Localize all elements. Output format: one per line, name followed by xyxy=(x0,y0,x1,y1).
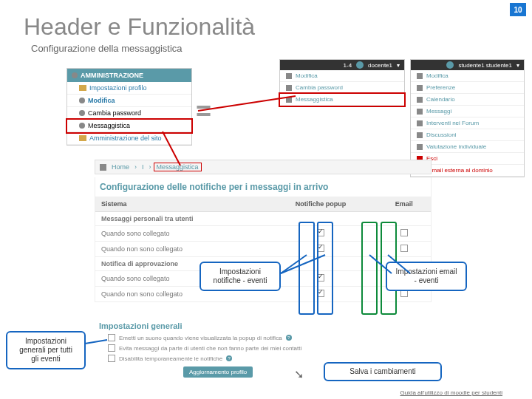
bubble-icon xyxy=(417,109,423,115)
user-item-label: Discussioni xyxy=(426,132,456,138)
col-popup: Notifiche popup xyxy=(264,197,377,212)
col-email: Email xyxy=(378,197,432,212)
admin-panel: AMMINISTRAZIONE Impostazioni profilo Mod… xyxy=(66,68,192,146)
user-top-bar: 1-4docente1▾ xyxy=(280,60,404,70)
avatar-icon xyxy=(356,61,364,69)
user-label: 1-4 xyxy=(344,62,352,69)
user-item-label: Cambia password xyxy=(296,84,343,91)
admin-item-label: Amministrazione del sito xyxy=(89,134,162,142)
chevron-down-icon: ▾ xyxy=(397,62,400,69)
user-item-grades[interactable]: Valutazione individuale xyxy=(411,141,524,153)
admin-item-label: Impostazioni profilo xyxy=(89,84,147,92)
breadcrumb-home[interactable]: Home xyxy=(109,163,132,171)
admin-item-siteadmin[interactable]: Amministrazione del sito xyxy=(67,132,191,145)
callout-general: Impostazioni generali per tutti gli even… xyxy=(6,331,86,369)
user-item-discussions[interactable]: Discussioni xyxy=(411,129,524,141)
chevron-right-icon: › xyxy=(149,163,151,171)
general-row-label: Disabilita temporaneamente le notifiche xyxy=(119,355,222,362)
slide-subtitle: Configurazione della messaggistica xyxy=(31,43,183,54)
bubble-icon xyxy=(286,97,292,103)
user-item-label: Modifica xyxy=(296,72,318,79)
callout-notifications: Impostazioni notifiche - eventi xyxy=(200,262,281,291)
gear-icon xyxy=(79,98,85,103)
page-number: 10 xyxy=(510,3,526,16)
admin-item-password[interactable]: Cambia password xyxy=(67,107,191,120)
table-row: Quando sono collegato xyxy=(95,226,431,242)
user-item-calendar[interactable]: Calendario xyxy=(411,94,524,106)
user-item-modify[interactable]: Modifica xyxy=(280,70,404,82)
footer-link[interactable]: Guida all'utilizzo di moodle per student… xyxy=(400,389,503,396)
checkbox-disable[interactable] xyxy=(108,355,115,362)
user-top-bar: studente1 studente1▾ xyxy=(411,60,524,70)
config-title: Configurazione delle notifiche per i mes… xyxy=(95,177,431,197)
help-icon[interactable]: ? xyxy=(226,355,232,361)
general-title: Impostazioni generali xyxy=(95,319,432,332)
row-label: Quando non sono collegato xyxy=(95,242,264,257)
user-item-modify[interactable]: Modifica xyxy=(411,70,524,82)
checkbox-popup-offline[interactable] xyxy=(317,245,324,252)
pencil-icon xyxy=(286,73,292,79)
user-item-label: Modifica xyxy=(426,72,449,79)
callout-email: Impostazioni email - eventi xyxy=(386,262,467,291)
user-name: docente1 xyxy=(368,62,392,69)
folder-icon xyxy=(79,85,86,91)
checkbox-popup-online[interactable] xyxy=(317,229,324,236)
breadcrumb-sep[interactable]: I xyxy=(140,163,146,171)
row-label: Quando sono collegato xyxy=(95,226,264,242)
admin-item-label: Modifica xyxy=(88,97,115,104)
folder-icon xyxy=(79,135,86,141)
chart-icon xyxy=(417,144,423,150)
admin-header: AMMINISTRAZIONE xyxy=(67,69,191,82)
pencil-icon xyxy=(417,73,423,79)
bubble-icon xyxy=(417,132,423,138)
user-item-messaging[interactable]: Messaggistica xyxy=(280,94,404,106)
table-row: Messaggi personali tra utenti xyxy=(95,212,431,226)
user-item-messages[interactable]: Messaggi xyxy=(411,106,524,117)
help-icon[interactable]: ? xyxy=(286,335,292,341)
general-row-block: Evita messaggi da parte di utenti che no… xyxy=(95,343,432,353)
admin-item-label: Cambia password xyxy=(88,109,141,117)
user-item-preferences[interactable]: Preferenze xyxy=(411,82,524,94)
general-row-label: Emetti un suono quando viene visualizzat… xyxy=(119,335,282,341)
table-row: Quando non sono collegato xyxy=(95,242,431,257)
col-system: Sistema xyxy=(95,197,264,212)
key-icon xyxy=(286,85,292,91)
user-item-label: Preferenze xyxy=(426,84,455,91)
admin-item-label: Messaggistica xyxy=(88,122,130,129)
save-button[interactable]: Aggiornamento profilo xyxy=(183,366,253,378)
chevron-down-icon: ▾ xyxy=(516,62,519,69)
gear-icon xyxy=(417,85,423,91)
admin-item-messaging[interactable]: Messaggistica xyxy=(67,120,191,132)
gear-icon xyxy=(72,72,78,78)
breadcrumb-current: Messaggistica xyxy=(154,163,201,171)
admin-item-profile[interactable]: Impostazioni profilo xyxy=(67,82,191,95)
general-row-sound: Emetti un suono quando viene visualizzat… xyxy=(95,332,432,343)
home-icon xyxy=(100,164,106,171)
table-header-row: Sistema Notifiche popup Email xyxy=(95,197,431,212)
section-personal: Messaggi personali tra utenti xyxy=(95,212,431,226)
admin-item-modify[interactable]: Modifica xyxy=(67,95,191,107)
checkbox-popup-online2[interactable] xyxy=(317,274,324,282)
general-row-label: Evita messaggi da parte di utenti che no… xyxy=(119,345,301,352)
user-name: studente1 studente1 xyxy=(458,62,512,69)
admin-header-label: AMMINISTRAZIONE xyxy=(81,72,143,79)
avatar-icon xyxy=(446,61,454,69)
checkbox-sound[interactable] xyxy=(108,334,115,341)
user-item-forum[interactable]: Interventi nei Forum xyxy=(411,117,524,129)
chevron-right-icon: › xyxy=(134,163,137,171)
equals-symbol: = xyxy=(196,96,211,127)
checkbox-email-online[interactable] xyxy=(400,229,408,236)
user-item-label: Messaggi xyxy=(426,108,451,115)
user-item-label: Messaggistica xyxy=(296,96,333,103)
gear-icon xyxy=(79,110,85,116)
checkbox-popup-offline2[interactable] xyxy=(317,290,324,297)
user-item-label: Calendario xyxy=(426,96,455,103)
checkbox-block[interactable] xyxy=(108,344,115,352)
checkbox-email-offline[interactable] xyxy=(400,245,408,252)
user-item-password[interactable]: Cambia password xyxy=(280,82,404,94)
user-item-label: Interventi nei Forum xyxy=(426,120,479,126)
callout-save: Salva i cambiamenti xyxy=(324,362,442,381)
bubble-icon xyxy=(417,120,423,126)
user-item-label: E.mail esterna al dominio xyxy=(426,167,493,174)
arrow-icon: ➘ xyxy=(294,367,304,381)
